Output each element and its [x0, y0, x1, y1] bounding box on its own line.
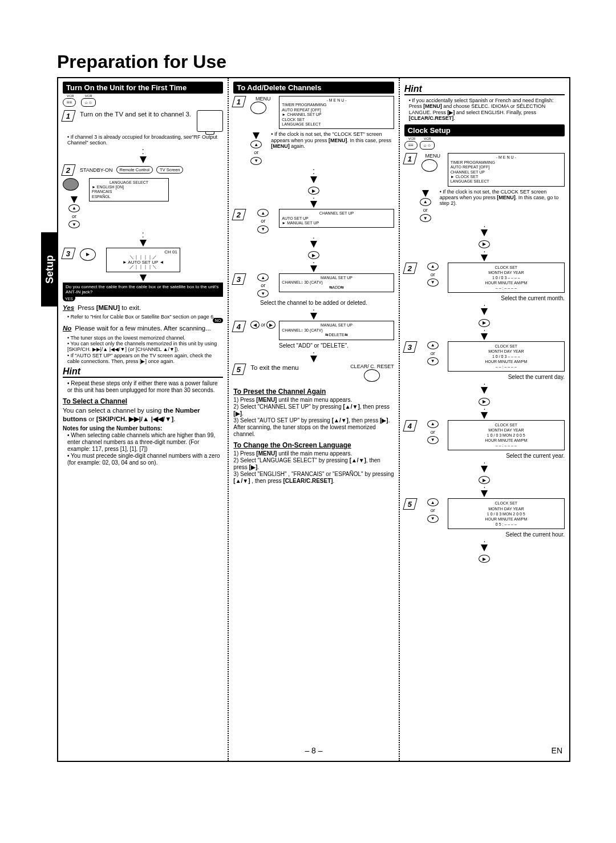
cable-question-box: Do you connect the cable from the cable … — [63, 283, 223, 296]
step-1-text: Turn on the TV and set it to channel 3. — [80, 110, 193, 118]
page-title: Preparation for Use — [57, 51, 570, 72]
vcr-icons-clock: ≡≡⌕ ⊚ — [404, 139, 565, 150]
play-button-icon: ▶ — [80, 248, 96, 261]
standby-label: STANDBY-ON — [80, 167, 113, 173]
side-tab-setup: Setup — [41, 232, 58, 306]
no-label: No — [63, 324, 71, 332]
c2-step5: 5 To exit the menu CLEAR/ C. RESET — [233, 364, 394, 384]
menu-button-icon — [250, 102, 266, 114]
remote-badge-icon: ⌕ ⊚ — [81, 98, 96, 107]
hint-bar-top: Hint — [404, 84, 565, 95]
page-number: – 8 – — [305, 746, 322, 755]
page-lang-mark: EN — [552, 746, 562, 755]
c2-step4: 4 ◀or▶ MANUAL SET UP CHANNEL↕ 30 (CATV) … — [233, 321, 394, 340]
step-2-detail: ▲ or ▼ LANGUAGE SELECT ► ENGLISH [ON] FR… — [63, 178, 223, 228]
step-badge-3: 3 — [61, 248, 75, 259]
lang-line-2: 2) Select "LANGUAGE SELECT" by pressing … — [233, 457, 394, 471]
hint-top-text: If you accidentally select Spanish or Fr… — [409, 98, 565, 121]
clock-set-screen-5: CLOCK SETMONTH DAY YEAR 1 0 / 0 3 MON 2 … — [448, 498, 565, 529]
flow-dots: ·· — [63, 147, 223, 155]
remote-control-bubble: Remote Control — [116, 166, 153, 174]
step-2-row: 2 STANDBY-ON Remote Control TV Screen — [63, 164, 223, 176]
after-scan-notes: The tuner stops on the lowest memorized … — [63, 335, 223, 365]
hint-bar-1: Hint — [63, 366, 223, 378]
step-3-row: 3 ▶ CH 01 ＼｜｜｜｜／ ► AUTO SET UP ◄ ／｜｜｜｜＼ — [63, 248, 223, 272]
yes-row: Yes Press [MENU] to exit. — [63, 304, 223, 312]
c2-step1: 1 MENU - M E N U - TIMER PROGRAMMING AUT… — [233, 96, 394, 129]
language-select-screen: LANGUAGE SELECT ► ENGLISH [ON] FRANCAIS … — [89, 178, 169, 202]
vcr-badge-icon: ≡≡ — [63, 98, 76, 107]
c3-step5: 5 ▲or▼ CLOCK SETMONTH DAY YEAR 1 0 / 0 3… — [404, 498, 565, 529]
header-add-delete: To Add/Delete Channels — [233, 82, 394, 94]
up-button-icon: ▲ — [68, 204, 80, 212]
preset-channel-heading: To Preset the Channel Again — [233, 388, 394, 396]
menu-screen-1: - M E N U - TIMER PROGRAMMING AUTO REPEA… — [279, 96, 394, 129]
clock-set-screen-3: CLOCK SETMONTH DAY YEAR 1 0 / 0 3 – – – … — [448, 341, 565, 372]
content-frame: Setup Turn On the Unit for the First Tim… — [57, 77, 570, 762]
lang-line-1: 1) Press [MENU] until the main menu appe… — [233, 450, 394, 457]
vcr-setup-icons: ≡≡ ⌕ ⊚ — [63, 96, 223, 107]
yes-tag: YES — [63, 296, 75, 301]
clock-set-screen-4: CLOCK SETMONTH DAY YEAR 1 0 / 0 3 MON 2 … — [448, 420, 565, 450]
c3-step2: 2 ▲or▼ CLOCK SETMONTH DAY YEAR1 0 / 0 3 … — [404, 263, 565, 293]
preset-line-2: 2) Select "CHANNEL SET UP" by pressing [… — [233, 404, 394, 417]
c3-step1: 1 MENU - M E N U - TIMER PROGRAMMING AUT… — [404, 153, 565, 186]
menu-screen-clock: - M E N U - TIMER PROGRAMMING AUTO REPEA… — [448, 153, 565, 186]
lang-line-3: 3) Select "ENGLISH" , "FRANCAIS" or "ESP… — [233, 471, 394, 485]
c3-step1-note: • If the clock is not set, the CLOCK SET… — [440, 189, 565, 207]
tv-screen-bubble: TV Screen — [156, 166, 183, 174]
header-turn-on: Turn On the Unit for the First Time — [63, 82, 223, 94]
manual-setup-add: MANUAL SET UP CHANNEL↕ 30 (CATV) ⇆ADD⇆ — [279, 273, 394, 292]
manual-setup-delete: MANUAL SET UP CHANNEL↕ 30 (CATV) ⇆DELETE… — [279, 321, 394, 340]
column-clock: Hint If you accidentally select Spanish … — [399, 78, 569, 761]
step-1-row: 1 Turn on the TV and set it to channel 3… — [63, 110, 223, 132]
header-clock: Clock Setup — [404, 124, 565, 136]
tv-icon — [197, 110, 223, 132]
c3-step3: 3 ▲or▼ CLOCK SETMONTH DAY YEAR 1 0 / 0 3… — [404, 341, 565, 372]
column-add-delete: To Add/Delete Channels 1 MENU - M E N U … — [228, 78, 398, 761]
standby-button-icon — [63, 178, 79, 191]
clear-reset-button-icon — [364, 369, 380, 382]
c3-step4: 4 ▲or▼ CLOCK SETMONTH DAY YEAR 1 0 / 0 3… — [404, 420, 565, 450]
column-turn-on: Turn On the Unit for the First Time ≡≡ ⌕… — [58, 78, 228, 761]
up-down-buttons: ▲ or ▼ — [63, 204, 86, 228]
step-badge-2: 2 — [61, 164, 75, 176]
down-button-icon: ▼ — [68, 220, 80, 228]
no-tag: NO — [213, 318, 224, 323]
auto-setup-screen: CH 01 ＼｜｜｜｜／ ► AUTO SET UP ◄ ／｜｜｜｜＼ — [106, 248, 180, 272]
channel-setup-screen: CHANNEL SET UP AUTO SET UP ► MANUAL SET … — [279, 209, 394, 228]
yes-label: Yes — [63, 304, 74, 312]
no-row: No Please wait for a few minutes. After … — [63, 324, 223, 332]
preset-line-1: 1) Press [MENU] until the main menu appe… — [233, 397, 394, 404]
change-lang-heading: To Change the On-Screen Language — [233, 441, 394, 449]
document-page: Preparation for Use Setup Turn On the Un… — [0, 0, 616, 843]
step-badge-1: 1 — [61, 110, 75, 122]
c2-step2: 2 ▲or▼ CHANNEL SET UP AUTO SET UP ► MANU… — [233, 209, 394, 233]
select-channel-text: You can select a channel by using the Nu… — [63, 406, 223, 423]
preset-line-3: 3) Select "AUTO SET UP" by pressing [▲/▼… — [233, 417, 394, 438]
number-notes-list: When selecting cable channels which are … — [63, 432, 223, 466]
c2-step3: 3 ▲or▼ MANUAL SET UP CHANNEL↕ 30 (CATV) … — [233, 273, 394, 297]
hint-text-1: Repeat these steps only if either there … — [67, 380, 223, 394]
select-channel-heading: To Select a Channel — [63, 397, 223, 405]
c2-step1-note: • If the clock is not set, the "CLOCK SE… — [271, 131, 394, 149]
number-notes-heading: Notes for using the Number buttons: — [63, 425, 223, 432]
clock-set-screen-2: CLOCK SETMONTH DAY YEAR1 0 / 0 3 – – – –… — [448, 263, 565, 293]
